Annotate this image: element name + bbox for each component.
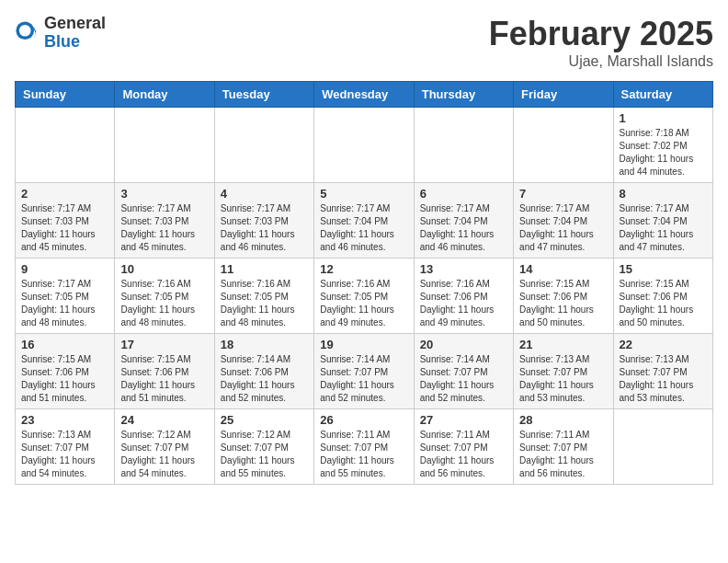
day-info: Sunrise: 7:11 AM Sunset: 7:07 PM Dayligh… [519,429,607,480]
day-info: Sunrise: 7:15 AM Sunset: 7:06 PM Dayligh… [519,278,607,329]
day-info: Sunrise: 7:17 AM Sunset: 7:03 PM Dayligh… [120,202,208,254]
calendar-week-row: 9Sunrise: 7:17 AM Sunset: 7:05 PM Daylig… [16,259,713,334]
calendar-day-2: 2Sunrise: 7:17 AM Sunset: 7:03 PM Daylig… [16,183,115,259]
calendar-day-23: 23Sunrise: 7:13 AM Sunset: 7:07 PM Dayli… [16,409,115,485]
day-info: Sunrise: 7:16 AM Sunset: 7:05 PM Dayligh… [221,278,308,329]
day-number: 12 [320,262,407,276]
location: Ujae, Marshall Islands [489,53,713,70]
day-info: Sunrise: 7:12 AM Sunset: 7:07 PM Dayligh… [120,429,208,480]
day-number: 3 [120,187,208,201]
day-number: 21 [519,338,607,351]
day-number: 7 [519,187,607,201]
calendar-header-tuesday: Tuesday [214,82,313,108]
day-number: 23 [21,413,108,427]
calendar-header-saturday: Saturday [613,82,712,108]
calendar-day-19: 19Sunrise: 7:14 AM Sunset: 7:07 PM Dayli… [314,334,414,409]
calendar-day-22: 22Sunrise: 7:13 AM Sunset: 7:07 PM Dayli… [613,334,712,409]
day-info: Sunrise: 7:17 AM Sunset: 7:04 PM Dayligh… [320,202,407,254]
page-header: General Blue February 2025 Ujae, Marshal… [15,15,713,70]
day-number: 24 [120,413,208,427]
logo-blue-text: Blue [44,33,106,52]
day-info: Sunrise: 7:12 AM Sunset: 7:07 PM Dayligh… [221,429,308,480]
day-info: Sunrise: 7:16 AM Sunset: 7:06 PM Dayligh… [420,278,507,329]
calendar-day-15: 15Sunrise: 7:15 AM Sunset: 7:06 PM Dayli… [613,259,712,334]
calendar-day-5: 5Sunrise: 7:17 AM Sunset: 7:04 PM Daylig… [314,183,414,259]
calendar-day-13: 13Sunrise: 7:16 AM Sunset: 7:06 PM Dayli… [414,259,513,334]
calendar-header-wednesday: Wednesday [314,82,414,108]
day-number: 6 [420,187,507,201]
day-number: 9 [21,262,108,276]
calendar-header-row: SundayMondayTuesdayWednesdayThursdayFrid… [16,82,713,108]
day-info: Sunrise: 7:16 AM Sunset: 7:05 PM Dayligh… [320,278,407,329]
day-number: 2 [21,187,108,201]
day-info: Sunrise: 7:17 AM Sunset: 7:04 PM Dayligh… [519,202,607,254]
logo-general-text: General [44,15,106,33]
calendar-day-7: 7Sunrise: 7:17 AM Sunset: 7:04 PM Daylig… [514,183,613,259]
calendar-day-4: 4Sunrise: 7:17 AM Sunset: 7:03 PM Daylig… [214,183,313,259]
calendar-empty-cell [16,108,115,183]
calendar-empty-cell [115,108,214,183]
day-number: 1 [620,111,707,125]
day-info: Sunrise: 7:15 AM Sunset: 7:06 PM Dayligh… [21,353,108,405]
day-info: Sunrise: 7:17 AM Sunset: 7:03 PM Dayligh… [221,202,308,254]
day-info: Sunrise: 7:17 AM Sunset: 7:05 PM Dayligh… [21,278,108,329]
calendar-day-28: 28Sunrise: 7:11 AM Sunset: 7:07 PM Dayli… [514,409,613,485]
day-number: 26 [320,413,407,427]
calendar-day-20: 20Sunrise: 7:14 AM Sunset: 7:07 PM Dayli… [414,334,513,409]
day-number: 25 [221,413,308,427]
calendar-header-monday: Monday [115,82,214,108]
calendar-week-row: 1Sunrise: 7:18 AM Sunset: 7:02 PM Daylig… [16,108,713,183]
day-number: 15 [620,262,707,276]
day-info: Sunrise: 7:14 AM Sunset: 7:06 PM Dayligh… [221,353,308,405]
day-number: 28 [519,413,607,427]
calendar-day-3: 3Sunrise: 7:17 AM Sunset: 7:03 PM Daylig… [115,183,214,259]
day-info: Sunrise: 7:14 AM Sunset: 7:07 PM Dayligh… [420,353,507,405]
day-number: 14 [519,262,607,276]
day-number: 19 [320,338,407,351]
calendar-day-10: 10Sunrise: 7:16 AM Sunset: 7:05 PM Dayli… [115,259,214,334]
calendar-day-16: 16Sunrise: 7:15 AM Sunset: 7:06 PM Dayli… [16,334,115,409]
day-number: 8 [620,187,707,201]
calendar-empty-cell [514,108,613,183]
calendar-week-row: 16Sunrise: 7:15 AM Sunset: 7:06 PM Dayli… [16,334,713,409]
calendar-empty-cell [613,409,712,485]
calendar-day-27: 27Sunrise: 7:11 AM Sunset: 7:07 PM Dayli… [414,409,513,485]
day-number: 13 [420,262,507,276]
calendar-header-friday: Friday [514,82,613,108]
calendar-day-25: 25Sunrise: 7:12 AM Sunset: 7:07 PM Dayli… [214,409,313,485]
calendar-day-12: 12Sunrise: 7:16 AM Sunset: 7:05 PM Dayli… [314,259,414,334]
calendar-day-8: 8Sunrise: 7:17 AM Sunset: 7:04 PM Daylig… [613,183,712,259]
day-info: Sunrise: 7:13 AM Sunset: 7:07 PM Dayligh… [519,353,607,405]
title-block: February 2025 Ujae, Marshall Islands [489,15,713,70]
calendar-day-21: 21Sunrise: 7:13 AM Sunset: 7:07 PM Dayli… [514,334,613,409]
calendar-empty-cell [414,108,513,183]
day-info: Sunrise: 7:13 AM Sunset: 7:07 PM Dayligh… [620,353,707,405]
day-info: Sunrise: 7:11 AM Sunset: 7:07 PM Dayligh… [420,429,507,480]
day-info: Sunrise: 7:16 AM Sunset: 7:05 PM Dayligh… [120,278,208,329]
calendar-day-17: 17Sunrise: 7:15 AM Sunset: 7:06 PM Dayli… [115,334,214,409]
day-number: 20 [420,338,507,351]
calendar-week-row: 2Sunrise: 7:17 AM Sunset: 7:03 PM Daylig… [16,183,713,259]
day-number: 27 [420,413,507,427]
day-number: 17 [120,338,208,351]
day-info: Sunrise: 7:18 AM Sunset: 7:02 PM Dayligh… [620,127,707,178]
calendar-empty-cell [314,108,414,183]
svg-point-1 [19,25,31,37]
calendar-day-11: 11Sunrise: 7:16 AM Sunset: 7:05 PM Dayli… [214,259,313,334]
logo: General Blue [15,15,106,52]
day-info: Sunrise: 7:15 AM Sunset: 7:06 PM Dayligh… [620,278,707,329]
day-number: 22 [620,338,707,351]
day-number: 16 [21,338,108,351]
calendar-day-18: 18Sunrise: 7:14 AM Sunset: 7:06 PM Dayli… [214,334,313,409]
day-number: 11 [221,262,308,276]
calendar-day-6: 6Sunrise: 7:17 AM Sunset: 7:04 PM Daylig… [414,183,513,259]
calendar-week-row: 23Sunrise: 7:13 AM Sunset: 7:07 PM Dayli… [16,409,713,485]
calendar-table: SundayMondayTuesdayWednesdayThursdayFrid… [15,81,713,485]
calendar-day-1: 1Sunrise: 7:18 AM Sunset: 7:02 PM Daylig… [613,108,712,183]
calendar-day-14: 14Sunrise: 7:15 AM Sunset: 7:06 PM Dayli… [514,259,613,334]
calendar-day-26: 26Sunrise: 7:11 AM Sunset: 7:07 PM Dayli… [314,409,414,485]
calendar-header-thursday: Thursday [414,82,513,108]
day-info: Sunrise: 7:15 AM Sunset: 7:06 PM Dayligh… [120,353,208,405]
calendar-day-24: 24Sunrise: 7:12 AM Sunset: 7:07 PM Dayli… [115,409,214,485]
day-number: 4 [221,187,308,201]
